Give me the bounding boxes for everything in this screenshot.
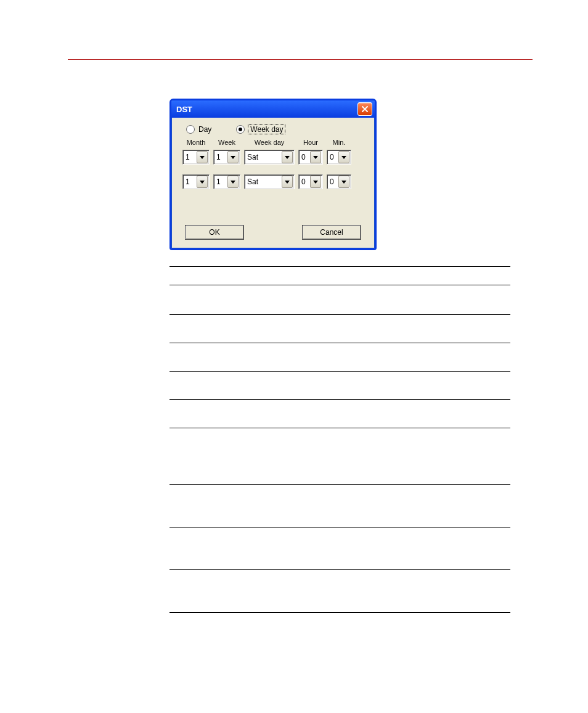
radio-icon xyxy=(186,125,195,134)
month-value: 1 xyxy=(183,177,195,186)
hour-value: 0 xyxy=(299,153,309,161)
chevron-down-icon xyxy=(197,176,208,188)
separator xyxy=(169,613,510,613)
month-select-2[interactable]: 1 xyxy=(182,174,210,189)
titlebar: DST xyxy=(171,100,375,118)
separator xyxy=(169,343,510,343)
weekday-select-1[interactable]: Sat xyxy=(244,150,295,165)
table-row: 1 1 Sat 0 0 xyxy=(182,174,366,189)
page-top-rule xyxy=(68,59,533,60)
radio-group: Day Week day xyxy=(186,125,366,134)
separator xyxy=(169,266,510,267)
dst-dialog: DST Day Week day xyxy=(169,99,377,250)
week-value: 1 xyxy=(214,153,226,161)
hour-select-1[interactable]: 0 xyxy=(298,150,323,165)
chevron-down-icon xyxy=(310,176,321,188)
chevron-down-icon xyxy=(282,176,293,188)
weekday-value: Sat xyxy=(245,177,280,186)
week-select-1[interactable]: 1 xyxy=(213,150,240,165)
separator xyxy=(169,428,510,428)
weekday-value: Sat xyxy=(245,153,280,161)
min-select-1[interactable]: 0 xyxy=(327,150,351,165)
min-value: 0 xyxy=(327,177,337,186)
separator xyxy=(169,399,510,400)
close-button[interactable] xyxy=(357,102,372,116)
chevron-down-icon xyxy=(227,176,239,188)
month-select-1[interactable]: 1 xyxy=(182,150,210,165)
radio-weekday[interactable]: Week day xyxy=(236,125,285,134)
separator xyxy=(169,527,510,528)
table-row: 1 1 Sat 0 0 xyxy=(182,150,366,165)
hdr-weekday: Week day xyxy=(244,139,295,146)
hour-select-2[interactable]: 0 xyxy=(298,174,323,189)
chevron-down-icon xyxy=(282,151,293,163)
hdr-month: Month xyxy=(182,139,210,146)
chevron-down-icon xyxy=(310,151,321,163)
hdr-min: Min. xyxy=(327,139,351,146)
week-select-2[interactable]: 1 xyxy=(213,174,240,189)
chevron-down-icon xyxy=(197,151,208,163)
month-value: 1 xyxy=(183,153,195,161)
min-value: 0 xyxy=(327,153,337,161)
separator xyxy=(169,484,510,485)
radio-day-label: Day xyxy=(198,125,211,134)
dialog-title: DST xyxy=(176,105,192,114)
chevron-down-icon xyxy=(227,151,239,163)
separator xyxy=(169,285,510,285)
cancel-button[interactable]: Cancel xyxy=(302,225,361,240)
line-group xyxy=(169,266,510,274)
week-value: 1 xyxy=(214,177,226,186)
hdr-hour: Hour xyxy=(298,139,323,146)
hour-value: 0 xyxy=(299,177,309,186)
radio-icon xyxy=(236,125,245,134)
close-icon xyxy=(361,105,369,113)
chevron-down-icon xyxy=(338,176,349,188)
radio-day[interactable]: Day xyxy=(186,125,211,134)
hdr-week: Week xyxy=(213,139,240,146)
min-select-2[interactable]: 0 xyxy=(327,174,351,189)
separator xyxy=(169,569,510,570)
separator xyxy=(169,371,510,372)
chevron-down-icon xyxy=(338,151,349,163)
column-headers: Month Week Week day Hour Min. xyxy=(182,139,366,146)
radio-weekday-label: Week day xyxy=(248,125,285,134)
ok-button[interactable]: OK xyxy=(185,225,244,240)
weekday-select-2[interactable]: Sat xyxy=(244,174,295,189)
separator xyxy=(169,314,510,315)
